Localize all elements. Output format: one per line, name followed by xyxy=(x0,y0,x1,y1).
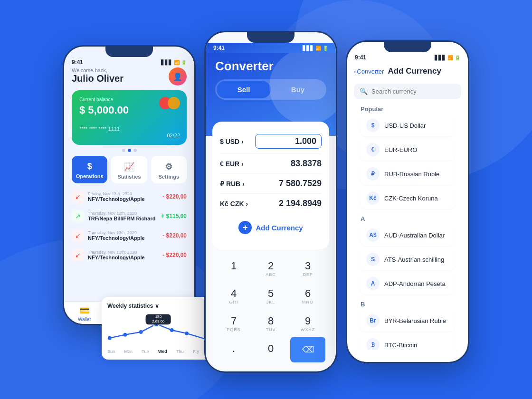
day-thu: Thu xyxy=(176,349,184,354)
svg-point-7 xyxy=(170,328,174,332)
list-item[interactable]: Kč CZK-Czech Koruna xyxy=(361,187,455,209)
mastercard-logo xyxy=(159,97,180,109)
numpad-9[interactable]: 9 WXYZ xyxy=(290,309,325,335)
svg-text:2.63,00: 2.63,00 xyxy=(152,319,165,323)
list-item[interactable]: $ USD-US Dollar xyxy=(361,114,455,136)
card-dots xyxy=(72,149,187,152)
transaction-list: ↙ Fryday, Nov 13th, 2020 NFY/Technology/… xyxy=(72,187,187,265)
avatar: 👤 xyxy=(169,67,187,86)
section-b-label: B xyxy=(361,301,455,308)
numpad-6[interactable]: 6 MNO xyxy=(290,282,325,307)
currency-name: AUD-Australian Dollar xyxy=(384,232,445,239)
tx-name: TRF/Nepa Bill/FRM Richard xyxy=(88,216,155,221)
time-middle: 9:41 xyxy=(213,45,225,51)
currency-czk-label: Kč CZK › xyxy=(220,200,248,208)
currency-name: CZK-Czech Koruna xyxy=(384,195,438,202)
wifi-icon: 📶 xyxy=(174,60,180,65)
table-row: ↗ Thursday, Nov 12th, 2020 TRF/Nepa Bill… xyxy=(72,207,187,226)
currency-name: EUR-EURO xyxy=(384,146,417,153)
currency-czk-value: 2 194.8949 xyxy=(279,199,322,209)
dot-1 xyxy=(122,149,125,152)
numpad-0[interactable]: 0 xyxy=(253,337,288,362)
currency-badge: $ xyxy=(366,119,380,132)
numpad-8[interactable]: 8 TUV xyxy=(253,309,288,335)
add-currency-button[interactable]: + Add Currency xyxy=(220,213,322,242)
signal-icon: ▋▋▋ xyxy=(303,46,314,51)
table-row: ↙ Fryday, Nov 13th, 2020 NFY/Technology/… xyxy=(72,187,187,207)
weekly-stats-card: Weekly statistics ∨ USD 2.63,00 Sun Mon … xyxy=(102,297,220,360)
card-number: **** **** **** 1111 xyxy=(79,126,179,132)
time-right: 9:41 xyxy=(355,54,366,61)
tx-icon-up: ↗ xyxy=(72,210,84,222)
currency-rub-row: ₽ RUB › 7 580.7529 xyxy=(220,174,322,194)
day-wed: Wed xyxy=(158,349,167,354)
section-a-label: A xyxy=(361,215,455,222)
currency-name: RUB-Russian Ruble xyxy=(384,171,439,178)
tx-amount: + $115,00 xyxy=(161,213,187,219)
search-input[interactable] xyxy=(371,88,456,95)
dot-3 xyxy=(133,149,137,152)
status-bar-right: 9:41 ▋▋▋ 📶 🔋 xyxy=(347,52,468,63)
list-item[interactable]: ₽ RUB-Russian Ruble xyxy=(361,163,455,185)
tx-date: Thursday, Nov 13th, 2020 xyxy=(88,250,145,255)
phone-right: 9:41 ▋▋▋ 📶 🔋 ‹ Converter Add Currency 🔍 … xyxy=(346,40,469,363)
numpad-4[interactable]: 4 GHI xyxy=(216,282,251,307)
numpad-5[interactable]: 5 JKL xyxy=(253,282,288,307)
add-currency-label: Add Currency xyxy=(256,224,303,232)
currency-usd-input[interactable] xyxy=(255,134,322,149)
nav-wallet-label: Wallet xyxy=(78,317,91,322)
back-button[interactable]: ‹ Converter xyxy=(354,68,384,75)
list-item[interactable]: S ATS-Austrian schilling xyxy=(361,248,455,270)
search-icon: 🔍 xyxy=(360,87,368,95)
currency-eur-label: € EUR › xyxy=(220,160,244,168)
wifi-icon: 📶 xyxy=(447,55,453,60)
settings-button[interactable]: ⚙ Settings xyxy=(151,156,187,183)
currency-badge: ₽ xyxy=(366,167,380,180)
svg-point-8 xyxy=(185,332,189,335)
statistics-button[interactable]: 📈 Statistics xyxy=(111,156,147,183)
weekly-title: Weekly statistics ∨ xyxy=(107,303,215,309)
list-item[interactable]: A$ AUD-Australian Dollar xyxy=(361,224,455,246)
list-item[interactable]: € EUR-EURO xyxy=(361,139,455,161)
tx-date: Thursday, Nov 13th, 2020 xyxy=(88,230,145,235)
tx-name: NFY/Technology/Apple xyxy=(88,196,145,202)
welcome-row: Welcome back, Julio Oliver 👤 xyxy=(72,67,187,86)
dot-2 xyxy=(128,149,131,152)
list-item[interactable]: ₿ BTC-Bitcoin xyxy=(361,334,455,350)
day-sun: Sun xyxy=(107,349,115,354)
action-buttons: $ Operations 📈 Statistics ⚙ Settings xyxy=(72,156,187,183)
currency-sections: Popular $ USD-US Dollar € EUR-EURO ₽ RUB… xyxy=(347,103,468,350)
svg-point-5 xyxy=(139,330,143,334)
phone-middle: 9:41 ▋▋▋ 📶 🔋 Converter Sell Buy $ USD › xyxy=(204,31,337,373)
list-item[interactable]: Br BYR-Belarusian Ruble xyxy=(361,310,455,332)
phones-container: 9:41 ▋▋▋ 📶 🔋 Welcome back, Julio Oliver … xyxy=(63,26,469,373)
tx-icon-down: ↙ xyxy=(72,249,84,261)
battery-icon: 🔋 xyxy=(323,46,328,51)
currency-badge: S xyxy=(366,253,380,266)
bank-card: Current balance $ 5,000.00 **** **** ***… xyxy=(72,90,187,145)
tx-icon-down: ↙ xyxy=(72,229,84,242)
notch-right xyxy=(384,42,431,52)
numpad-dot[interactable]: . xyxy=(216,337,251,362)
wallet-icon: 💳 xyxy=(79,305,90,316)
notch-left xyxy=(105,47,153,57)
popular-label: Popular xyxy=(361,105,455,113)
operations-button[interactable]: $ Operations xyxy=(72,156,107,183)
currency-badge: A$ xyxy=(366,228,380,242)
numpad-delete-button[interactable]: ⌫ xyxy=(290,337,325,362)
svg-text:USD: USD xyxy=(155,315,162,318)
numpad: 1 2 ABC 3 DEF 4 GHI 5 JKL xyxy=(212,249,329,367)
status-bar-middle: 9:41 ▋▋▋ 📶 🔋 xyxy=(206,43,336,53)
nav-wallet[interactable]: 💳 Wallet xyxy=(78,305,91,322)
numpad-1[interactable]: 1 xyxy=(216,254,251,280)
status-icons-left: ▋▋▋ 📶 🔋 xyxy=(161,60,187,65)
currency-badge: ₿ xyxy=(366,338,380,350)
tx-amount: - $220,00 xyxy=(162,232,187,239)
numpad-3[interactable]: 3 DEF xyxy=(290,254,325,280)
currency-rub-value: 7 580.7529 xyxy=(279,179,322,189)
svg-point-3 xyxy=(108,336,112,340)
section-b: B Br BYR-Belarusian Ruble ₿ BTC-Bitcoin … xyxy=(354,298,461,350)
numpad-7[interactable]: 7 PQRS xyxy=(216,309,251,335)
numpad-2[interactable]: 2 ABC xyxy=(253,254,288,280)
list-item[interactable]: A ADP-Andorran Peseta xyxy=(361,273,455,294)
